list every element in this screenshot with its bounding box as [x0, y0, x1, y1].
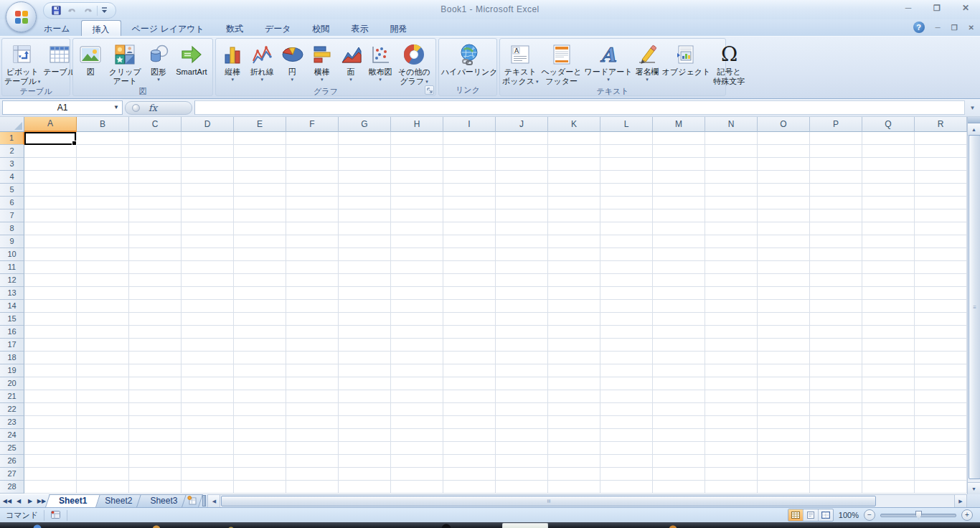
cell-M20[interactable]	[653, 377, 705, 390]
zoom-in-button[interactable]: +	[961, 509, 973, 521]
cell-N3[interactable]	[705, 158, 758, 171]
cell-I17[interactable]	[443, 339, 496, 352]
cell-R12[interactable]	[915, 274, 967, 287]
cell-A2[interactable]	[24, 145, 77, 158]
cell-D9[interactable]	[182, 235, 234, 248]
cell-O23[interactable]	[758, 416, 810, 429]
cell-A8[interactable]	[24, 222, 77, 235]
cell-M26[interactable]	[653, 455, 705, 468]
cell-R4[interactable]	[915, 171, 967, 184]
ribbon-button-clip-art[interactable]: クリップアート	[108, 41, 143, 86]
row-header-23[interactable]: 23	[0, 416, 24, 429]
cell-F27[interactable]	[286, 468, 339, 481]
cell-F11[interactable]	[286, 261, 339, 274]
cell-N4[interactable]	[705, 171, 758, 184]
cell-Q13[interactable]	[862, 287, 915, 300]
cell-C1[interactable]	[129, 132, 182, 145]
cell-L7[interactable]	[600, 209, 653, 222]
ribbon-button-table[interactable]: テーブル	[42, 41, 77, 77]
cell-K21[interactable]	[548, 390, 600, 403]
cell-L1[interactable]	[600, 132, 653, 145]
cell-R16[interactable]	[915, 326, 967, 339]
tab-split-handle[interactable]	[202, 495, 206, 506]
cell-B10[interactable]	[77, 248, 129, 261]
cell-O11[interactable]	[758, 261, 810, 274]
cell-J15[interactable]	[496, 313, 548, 326]
cell-D4[interactable]	[182, 171, 234, 184]
cell-D5[interactable]	[182, 184, 234, 197]
page-break-view-button[interactable]	[819, 509, 833, 521]
cell-D22[interactable]	[182, 403, 234, 416]
cell-M9[interactable]	[653, 235, 705, 248]
cell-I21[interactable]	[443, 390, 496, 403]
cell-P11[interactable]	[810, 261, 862, 274]
cell-J22[interactable]	[496, 403, 548, 416]
active-cell-selection[interactable]	[24, 132, 76, 145]
cell-I4[interactable]	[443, 171, 496, 184]
cell-C5[interactable]	[129, 184, 182, 197]
cell-E10[interactable]	[234, 248, 286, 261]
cell-H9[interactable]	[391, 235, 443, 248]
cell-D15[interactable]	[182, 313, 234, 326]
cell-L13[interactable]	[600, 287, 653, 300]
cell-I14[interactable]	[443, 300, 496, 313]
cell-L11[interactable]	[600, 261, 653, 274]
row-header-3[interactable]: 3	[0, 158, 24, 171]
cell-H24[interactable]	[391, 429, 443, 442]
zoom-slider-track[interactable]	[880, 514, 956, 517]
cell-P25[interactable]	[810, 442, 862, 455]
cell-H10[interactable]	[391, 248, 443, 261]
cell-N24[interactable]	[705, 429, 758, 442]
cell-N11[interactable]	[705, 261, 758, 274]
cell-M5[interactable]	[653, 184, 705, 197]
cell-J6[interactable]	[496, 197, 548, 209]
cell-J14[interactable]	[496, 300, 548, 313]
cell-P8[interactable]	[810, 222, 862, 235]
cell-H18[interactable]	[391, 352, 443, 364]
cell-L5[interactable]	[600, 184, 653, 197]
cell-P24[interactable]	[810, 429, 862, 442]
cell-D21[interactable]	[182, 390, 234, 403]
cell-A6[interactable]	[24, 197, 77, 209]
cell-E28[interactable]	[234, 481, 286, 494]
cell-K4[interactable]	[548, 171, 600, 184]
cell-P7[interactable]	[810, 209, 862, 222]
cell-G4[interactable]	[339, 171, 391, 184]
cell-O5[interactable]	[758, 184, 810, 197]
cell-B9[interactable]	[77, 235, 129, 248]
minimize-icon[interactable]: ─	[901, 2, 915, 14]
cell-M8[interactable]	[653, 222, 705, 235]
cell-Q9[interactable]	[862, 235, 915, 248]
cell-M27[interactable]	[653, 468, 705, 481]
cell-R2[interactable]	[915, 145, 967, 158]
cell-P20[interactable]	[810, 377, 862, 390]
cell-D12[interactable]	[182, 274, 234, 287]
ribbon-tab-7[interactable]: 開発	[379, 21, 418, 36]
row-header-15[interactable]: 15	[0, 313, 24, 326]
cell-G13[interactable]	[339, 287, 391, 300]
next-sheet-icon[interactable]: ▶	[24, 494, 36, 507]
cell-F22[interactable]	[286, 403, 339, 416]
cell-G27[interactable]	[339, 468, 391, 481]
cell-K14[interactable]	[548, 300, 600, 313]
cell-G22[interactable]	[339, 403, 391, 416]
cell-C7[interactable]	[129, 209, 182, 222]
cell-H14[interactable]	[391, 300, 443, 313]
cell-J18[interactable]	[496, 352, 548, 364]
cell-H28[interactable]	[391, 481, 443, 494]
cell-R25[interactable]	[915, 442, 967, 455]
cell-C21[interactable]	[129, 390, 182, 403]
sheet-tab-sheet1[interactable]: Sheet1	[47, 494, 98, 507]
cell-N16[interactable]	[705, 326, 758, 339]
cell-G26[interactable]	[339, 455, 391, 468]
cell-K23[interactable]	[548, 416, 600, 429]
cell-I15[interactable]	[443, 313, 496, 326]
cell-O19[interactable]	[758, 364, 810, 377]
cell-J7[interactable]	[496, 209, 548, 222]
cell-C8[interactable]	[129, 222, 182, 235]
cell-E23[interactable]	[234, 416, 286, 429]
cell-P23[interactable]	[810, 416, 862, 429]
cell-F2[interactable]	[286, 145, 339, 158]
cell-F9[interactable]	[286, 235, 339, 248]
cell-P2[interactable]	[810, 145, 862, 158]
